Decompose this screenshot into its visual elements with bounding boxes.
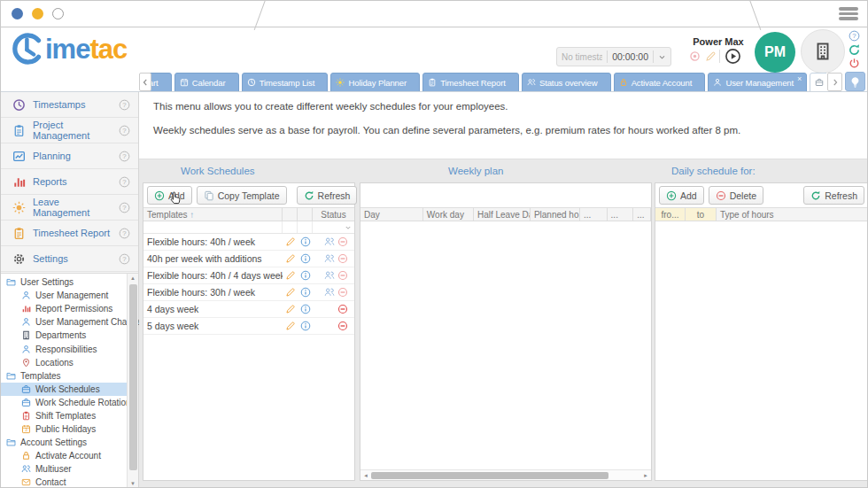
sidebar-menu-item[interactable]: Planning ?: [1, 143, 138, 169]
tree-item[interactable]: User Management Changelog: [1, 315, 138, 329]
column-header-status[interactable]: Status: [313, 208, 354, 221]
deactivate-icon[interactable]: [337, 321, 348, 331]
scroll-up-arrow[interactable]: ▲: [128, 275, 138, 281]
tree-item[interactable]: Locations: [1, 356, 138, 369]
column-header-templates[interactable]: Templates ↑: [143, 208, 283, 221]
pencil-icon[interactable]: [285, 270, 296, 281]
tab[interactable]: Timestamp List ×: [242, 73, 329, 92]
filter-templates[interactable]: [143, 221, 283, 233]
tree-item[interactable]: User Settings: [1, 275, 138, 289]
sidebar-menu-item[interactable]: Project Management ?: [1, 118, 138, 143]
help-circle-icon[interactable]: ?: [119, 99, 130, 111]
table-row[interactable]: 5 days week: [143, 318, 354, 335]
weekly-plan-column-header[interactable]: Work day: [423, 208, 474, 221]
pencil-icon[interactable]: [285, 253, 296, 264]
window-control-minimize[interactable]: [32, 8, 43, 19]
browser-menu-icon[interactable]: [839, 7, 858, 20]
tab[interactable]: 3 Calendar ×: [174, 73, 239, 92]
column-header-info[interactable]: [298, 208, 313, 221]
reload-button[interactable]: [848, 43, 861, 57]
tree-item[interactable]: Work Schedule Rotations: [1, 396, 138, 409]
help-circle-icon[interactable]: ?: [119, 202, 130, 213]
assigned-users-icon[interactable]: [324, 236, 335, 247]
info-icon[interactable]: [300, 287, 311, 298]
refresh-button[interactable]: Refresh: [297, 186, 358, 205]
sidebar-menu-item[interactable]: Reports ?: [1, 169, 138, 195]
pencil-icon[interactable]: [285, 304, 296, 314]
sidebar-menu-item[interactable]: Leave Management ?: [1, 195, 138, 221]
delete-button[interactable]: Delete: [709, 186, 763, 205]
tree-item[interactable]: Activate Account: [1, 449, 138, 462]
column-header-from[interactable]: fro...: [655, 208, 686, 221]
tree-item[interactable]: Responsibilities: [1, 342, 138, 355]
tree-item[interactable]: Shift Templates: [1, 409, 138, 422]
info-icon[interactable]: [300, 236, 311, 247]
deactivate-icon[interactable]: [337, 253, 348, 264]
info-icon[interactable]: [300, 304, 311, 314]
company-button[interactable]: [801, 29, 845, 74]
horizontal-scrollbar[interactable]: ◂ ▸: [360, 469, 651, 480]
window-control-maximize[interactable]: [52, 8, 64, 19]
tab[interactable]: Timesheet Report ×: [422, 73, 519, 92]
avatar[interactable]: PM: [755, 32, 795, 73]
tree-item[interactable]: Contact: [1, 476, 138, 488]
assigned-users-icon[interactable]: [324, 253, 335, 264]
tree-item[interactable]: Work Schedules: [1, 383, 138, 396]
weekly-plan-column-header[interactable]: Half Leave Day: [474, 208, 531, 221]
help-circle-icon[interactable]: ?: [119, 228, 130, 239]
timestamp-status-control[interactable]: No timestamp run... 00:00:00: [556, 47, 671, 66]
stop-record-button[interactable]: [689, 50, 701, 62]
help-button[interactable]: ?: [849, 30, 860, 42]
tab[interactable]: User Management ×: [708, 73, 807, 92]
column-header-type-of-hours[interactable]: Type of hours: [717, 208, 868, 221]
sidebar-menu-item[interactable]: Timesheet Report ?: [1, 221, 138, 246]
deactivate-icon[interactable]: [337, 270, 348, 281]
deactivate-icon[interactable]: [337, 287, 348, 298]
logout-button[interactable]: [849, 58, 860, 69]
tree-item[interactable]: Departments: [1, 329, 138, 342]
table-row[interactable]: Flexible hours: 40h / 4 days week: [143, 267, 354, 284]
tree-item[interactable]: Templates: [1, 369, 138, 383]
tree-item[interactable]: Account Settings: [1, 436, 138, 449]
pencil-icon[interactable]: [285, 236, 296, 247]
column-header-edit[interactable]: [283, 208, 298, 221]
tab-close-icon[interactable]: ×: [797, 75, 802, 82]
filter-status[interactable]: [313, 221, 354, 233]
sidebar-menu-item[interactable]: Timestamps ?: [1, 92, 138, 118]
help-circle-icon[interactable]: ?: [119, 125, 130, 136]
weekly-plan-column-header[interactable]: ...: [608, 208, 634, 221]
tab[interactable]: Status overview ×: [522, 73, 611, 92]
tab[interactable]: Holiday Planner ×: [330, 73, 420, 92]
copy-template-button[interactable]: Copy Template: [197, 186, 287, 205]
deactivate-icon[interactable]: [337, 236, 348, 247]
table-row[interactable]: Flexible hours: 40h / week: [143, 234, 354, 251]
info-icon[interactable]: [300, 253, 311, 264]
weekly-plan-column-header[interactable]: ...: [580, 208, 608, 221]
window-control-close[interactable]: [12, 8, 23, 19]
tab-scroll-left-button[interactable]: [139, 73, 151, 91]
scrollbar-thumb[interactable]: [371, 472, 608, 479]
info-icon[interactable]: [300, 321, 311, 331]
weekly-plan-column-header[interactable]: ...: [633, 208, 651, 221]
table-row[interactable]: 4 days week: [143, 301, 354, 318]
tree-item[interactable]: User Management: [1, 289, 138, 302]
scroll-down-arrow[interactable]: ▼: [128, 481, 138, 486]
tree-scrollbar[interactable]: ▲ ▼: [127, 274, 138, 488]
tab[interactable]: Start ×: [150, 73, 172, 92]
weekly-plan-column-header[interactable]: Planned ho...: [531, 208, 580, 221]
tree-item[interactable]: Multiuser: [1, 462, 138, 476]
table-row[interactable]: Flexible hours: 30h / week: [143, 284, 354, 301]
assigned-users-icon[interactable]: [324, 287, 335, 298]
scrollbar-thumb[interactable]: [129, 284, 137, 470]
deactivate-icon[interactable]: [337, 304, 348, 314]
assigned-users-icon[interactable]: [324, 270, 335, 281]
weekly-plan-column-header[interactable]: Day: [360, 208, 423, 221]
scroll-left-arrow[interactable]: ◂: [360, 472, 371, 479]
help-circle-icon[interactable]: ?: [119, 176, 130, 188]
tab-scroll-right-button[interactable]: [827, 73, 842, 91]
hints-button[interactable]: [845, 72, 865, 91]
add-button[interactable]: Add: [659, 186, 704, 205]
help-circle-icon[interactable]: ?: [119, 151, 130, 162]
info-icon[interactable]: [300, 270, 311, 281]
tree-item[interactable]: 3 Public Holidays: [1, 422, 138, 436]
